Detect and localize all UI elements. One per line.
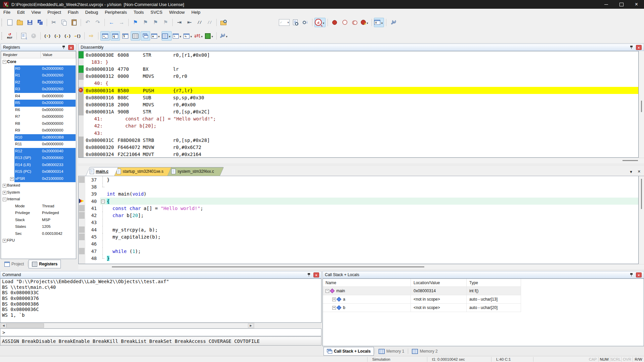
unindent-button[interactable]: ⇤ — [185, 18, 194, 27]
paste-button[interactable] — [69, 18, 79, 27]
scroll-left-arrow-icon[interactable]: ◀ — [1, 323, 6, 328]
serial-window-button[interactable]: ✎ — [172, 31, 182, 41]
bookmark-clear-all-button[interactable]: ⚑ — [161, 18, 170, 27]
disassembly-vertical-scrollbar[interactable] — [639, 51, 644, 158]
disassembly-window-button[interactable]: q — [111, 31, 120, 41]
register-row-r11[interactable]: R110x00000000 — [1, 141, 76, 148]
copy-button[interactable] — [59, 18, 69, 27]
register-row-r7[interactable]: R70x00000000 — [1, 113, 76, 120]
disassembly-instruction-line[interactable]: 0x0800030E6008STRr0,[r1,#0x00] — [79, 51, 638, 58]
menu-project[interactable]: Project — [44, 9, 64, 15]
editor-gutter[interactable] — [79, 248, 85, 255]
editor-gutter[interactable] — [79, 198, 85, 205]
pin-icon[interactable] — [307, 273, 311, 277]
bookmark-toggle-button[interactable]: ⚑ — [131, 18, 140, 27]
editor-gutter[interactable] — [79, 183, 85, 190]
menu-tools[interactable]: Tools — [130, 9, 147, 15]
disassembly-source-line[interactable]: 41: const char a[] = "Hello world!"; — [79, 115, 638, 122]
scrollbar-thumb[interactable] — [112, 266, 424, 267]
find-in-files-button[interactable] — [219, 18, 228, 27]
expand-box-icon[interactable]: + — [3, 239, 6, 243]
register-row-core[interactable]: −Core — [1, 58, 76, 65]
disassembly-instruction-line[interactable]: 0x08000324F2C21064MOVTr0,#0x2164 — [79, 151, 638, 158]
code-editor[interactable]: 37}3839int main(void)40{41 const char a[… — [78, 176, 639, 264]
dock-tab-registers[interactable]: Registers — [29, 260, 61, 268]
pin-icon[interactable] — [630, 45, 633, 49]
column-header-value[interactable]: Value — [41, 51, 76, 58]
expand-box-icon[interactable]: + — [332, 298, 336, 301]
register-row-internal[interactable]: −Internal — [1, 196, 76, 203]
disassembly-source-line[interactable]: 43: — [79, 130, 638, 137]
editor-gutter[interactable] — [79, 176, 85, 183]
tab-list-chevron-down-icon[interactable]: ▼ — [629, 170, 633, 174]
editor-gutter[interactable] — [79, 191, 85, 198]
expand-box-icon[interactable]: + — [3, 191, 6, 195]
close-panel-icon[interactable] — [636, 272, 642, 277]
callstack-row-a[interactable]: +a<not in scope>auto - uchar[13] — [323, 295, 521, 304]
scroll-right-arrow-icon[interactable]: ▶ — [248, 323, 254, 328]
open-file-button[interactable] — [15, 18, 25, 27]
scrollbar-thumb[interactable] — [641, 101, 642, 112]
register-row-r14-lr-[interactable]: R14 (LR)0x08000233 — [1, 162, 76, 169]
disassembly-instruction-line[interactable]: 0x08000316B08CSUBsp,sp,#0x30 — [79, 94, 638, 101]
dock-tab-project[interactable]: Project — [1, 260, 27, 268]
dock-tab-memory-2[interactable]: Memory 2 — [409, 347, 440, 355]
register-row-r8[interactable]: R80x00000000 — [1, 120, 76, 127]
analysis-window-button[interactable]: ∿ — [183, 31, 193, 41]
pin-icon[interactable] — [630, 273, 633, 277]
reset-cpu-button[interactable]: RST — [5, 31, 14, 41]
redo-button[interactable]: ↷ — [93, 18, 102, 27]
register-row-sec[interactable]: Sec0.00010042 — [1, 230, 76, 238]
disable-all-breakpoints-button[interactable] — [350, 18, 359, 27]
register-row-states[interactable]: States1205 — [1, 223, 76, 230]
scrollbar-thumb[interactable] — [622, 160, 638, 161]
maximize-button[interactable] — [614, 0, 629, 9]
comment-selection-button[interactable]: // — [195, 18, 204, 27]
command-input[interactable]: > — [0, 328, 321, 336]
editor-gutter[interactable] — [79, 205, 85, 212]
register-row-r10[interactable]: R100x080003B8 — [1, 134, 76, 141]
register-row-r1[interactable]: R10x20000260 — [1, 72, 76, 79]
cut-button[interactable]: ✂ — [49, 18, 58, 27]
register-row-r6[interactable]: R60x00000000 — [1, 107, 76, 114]
disassembly-instruction-line[interactable]: 0x0800031CF88D0028STRBr0,[sp,#0x28] — [79, 137, 638, 144]
editor-tab-system-stm32f4xx-c[interactable]: system_stm32f4xx.c — [167, 167, 220, 176]
registers-window-button[interactable] — [131, 31, 140, 41]
command-window-button[interactable]: >_ — [100, 31, 110, 41]
code-line-46[interactable]: 46 — [79, 241, 638, 248]
code-line-44[interactable]: 44 my_strcpy(a, b); — [79, 226, 638, 233]
indent-button[interactable]: ⇥ — [175, 18, 184, 27]
disassembly-view[interactable]: 0x0800030E6008STRr0,[r1,#0x00] 183: }0x0… — [78, 51, 639, 158]
scrollbar-thumb[interactable] — [6, 323, 44, 328]
register-row-r13-sp-[interactable]: R13 (SP)0x20000660 — [1, 155, 76, 162]
bookmark-next-button[interactable]: ⚑ — [141, 18, 150, 27]
configure-target-button[interactable] — [388, 18, 398, 27]
register-row-fpu[interactable]: +FPU — [1, 237, 76, 244]
command-output[interactable]: Load "D:\\Projects\\Embedded\\Lab_Week2\… — [0, 278, 321, 323]
symbol-window-button[interactable]: S — [121, 31, 130, 41]
disassembly-instruction-line[interactable]: 0x080003104770BXlr — [79, 65, 638, 72]
code-line-41[interactable]: 41 const char a[] = "Hello world!"; — [79, 205, 638, 212]
expand-box-icon[interactable]: + — [3, 184, 6, 188]
close-panel-icon[interactable] — [313, 272, 319, 277]
close-panel-icon[interactable] — [68, 45, 74, 50]
step-out-button[interactable]: {▴} — [63, 31, 72, 41]
register-row-r9[interactable]: R90x00000000 — [1, 127, 76, 134]
collapse-box-icon[interactable]: − — [3, 198, 6, 201]
new-file-button[interactable] — [5, 18, 14, 27]
dock-tab-memory-1[interactable]: Memory 1 — [376, 347, 407, 355]
step-over-button[interactable]: {▸} — [53, 31, 62, 41]
trace-window-button[interactable]: ⇄t — [194, 31, 204, 41]
code-line-43[interactable]: 43 — [79, 219, 638, 226]
code-line-40[interactable]: 40{ — [79, 198, 638, 205]
collapse-box-icon[interactable]: − — [3, 60, 6, 64]
menu-flash[interactable]: Flash — [65, 9, 82, 15]
find-in-files-doc-button[interactable] — [291, 18, 300, 27]
code-line-47[interactable]: 47 while (1); — [79, 248, 638, 255]
editor-gutter[interactable] — [79, 233, 85, 240]
collapse-box-icon[interactable]: − — [326, 289, 329, 293]
start-stop-debug-button[interactable] — [314, 18, 326, 27]
editor-tab-startup-stm32f401xe-s[interactable]: startup_stm32f401xe.s — [113, 167, 169, 176]
undo-button[interactable]: ↶ — [83, 18, 92, 27]
menu-file[interactable]: File — [0, 9, 14, 15]
